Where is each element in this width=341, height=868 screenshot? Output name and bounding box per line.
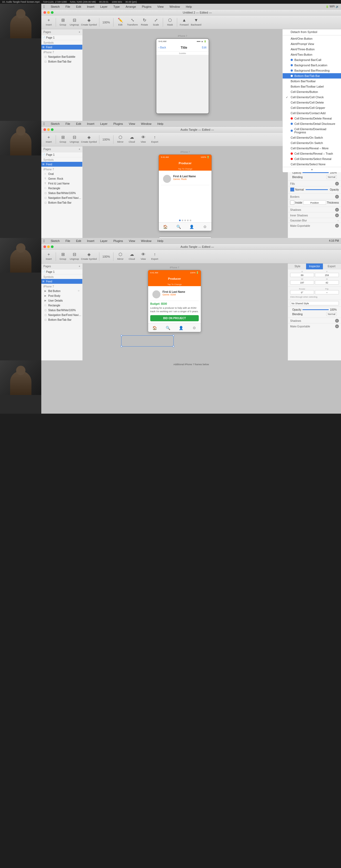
apple-menu-2[interactable]:  <box>44 122 45 126</box>
add-shadow-btn-3[interactable]: + <box>335 319 339 322</box>
dropdown-bg-recording[interactable]: Background Bar/Recording <box>283 68 341 73</box>
back-btn-1[interactable]: ‹ Back <box>159 46 166 49</box>
genre-rock-item[interactable]: T Genre: Rock <box>41 176 82 181</box>
group-button-3[interactable]: ⊞ Group <box>58 251 68 262</box>
add-shadow-btn-2[interactable]: + <box>335 208 339 212</box>
first-last-name-item[interactable]: T First & Last Name <box>41 181 82 186</box>
view-button[interactable]: 👁 View <box>138 134 149 145</box>
apple-menu[interactable]:  <box>44 4 45 9</box>
dropdown-download-progress[interactable]: Cell Elements/Download Progress <box>283 126 341 135</box>
page1-item-2[interactable]: 📄 Page 1 <box>41 152 82 157</box>
bottom-bar-item-1[interactable]: ◻ Bottom Bar/Tab Bar <box>41 59 82 64</box>
mask-button[interactable]: ⬡ Mask <box>165 17 175 28</box>
insert-button-2[interactable]: + Insert <box>44 134 54 145</box>
maximize-button[interactable] <box>51 11 54 14</box>
status-bar-item-2[interactable]: ◻ Status Bar/White/100% <box>41 191 82 195</box>
close-button-2[interactable] <box>44 128 46 131</box>
dropdown-detach[interactable]: Detach from Symbol <box>283 29 341 35</box>
dropdown-detail-disclosure[interactable]: Cell Elements/Detail Disclosure <box>283 121 341 126</box>
menu-layer-2[interactable]: Layer <box>99 122 109 126</box>
tab-search[interactable]: 🔍 <box>176 224 181 230</box>
dropdown-select-reveal[interactable]: Cell Elements/Select Reveal <box>283 156 341 161</box>
rectangle-item-2[interactable]: □ Rectangle <box>41 186 82 191</box>
feed-item[interactable]: ⊞ Feed <box>41 45 82 50</box>
menu-sketch-2[interactable]: Sketch <box>50 122 61 126</box>
menu-sketch[interactable]: Sketch <box>50 4 61 9</box>
menu-insert[interactable]: Insert <box>86 4 95 9</box>
menu-arrange[interactable]: Arrange <box>124 4 137 9</box>
insert-button[interactable]: + Insert <box>44 17 54 28</box>
fill-opacity-slider-2[interactable] <box>306 189 328 190</box>
tab-search-3[interactable]: 🔍 <box>165 325 171 331</box>
menu-insert-2[interactable]: Insert <box>86 122 95 126</box>
forward-button[interactable]: ▲ Forward <box>179 17 190 28</box>
add-page-btn[interactable]: + <box>79 31 80 34</box>
add-export-btn-2[interactable]: + <box>335 224 339 227</box>
menu-window-3[interactable]: Window <box>140 239 152 243</box>
feed-item-3[interactable]: ⊞ Feed <box>41 279 82 284</box>
minimize-button-2[interactable] <box>47 128 50 131</box>
bid-on-project-button[interactable]: BID ON PROJECT <box>150 315 199 321</box>
bid-btn-eye[interactable]: 👁 <box>78 289 81 292</box>
insp-tab-export-3[interactable]: Export <box>323 264 340 269</box>
oval-item[interactable]: ○ Oval <box>41 172 82 176</box>
dropdown-on-switch-1[interactable]: Cell Elements/On Switch <box>283 135 341 140</box>
menu-help-2[interactable]: Help <box>156 122 164 126</box>
nav-feed-item-2[interactable]: ◻ Navigation Bar/Feed Navigation <box>41 195 82 200</box>
bottom-bar-item-2[interactable]: ◻ Bottom Bar/Tab Bar <box>41 200 82 205</box>
page1-item-3[interactable]: 📄 Page 1 <box>41 269 82 274</box>
insp-tab-style-3[interactable]: Style <box>289 264 306 269</box>
tab-home[interactable]: 🏠 <box>163 224 168 230</box>
blending-badge-2[interactable]: Normal <box>326 175 337 179</box>
tab-home-3[interactable]: 🏠 <box>152 325 158 331</box>
menu-view-2[interactable]: View <box>128 122 136 126</box>
tab-settings[interactable]: ⚙ <box>202 224 208 230</box>
user-details-item[interactable]: ▶ User Details <box>41 298 82 303</box>
status-bar-item-3[interactable]: ◻ Status Bar/White/100% <box>41 308 82 312</box>
page1-item[interactable]: 📄 Page 1 <box>41 35 82 40</box>
h-value-3[interactable]: 42 <box>315 280 339 284</box>
menu-edit-2[interactable]: Edit <box>75 122 82 126</box>
nav-feed-item-3[interactable]: ◻ Navigation Bar/Feed Navigation <box>41 312 82 317</box>
opacity-slider-2[interactable] <box>302 172 329 173</box>
add-inner-shadow-btn-2[interactable]: + <box>335 214 339 217</box>
dropdown-bottom-toolbar-label[interactable]: Bottom Bar/Toolbar Label <box>283 84 341 89</box>
tab-profile-3[interactable]: 👤 <box>178 325 184 331</box>
cloud-button[interactable]: ☁ Cloud <box>126 134 137 145</box>
backward-button[interactable]: ▼ Backward <box>190 17 202 28</box>
menu-window-2[interactable]: Window <box>140 122 152 126</box>
dropdown-delete-reveal[interactable]: Cell Elements/Delete Reveal <box>283 116 341 121</box>
menu-layer-3[interactable]: Layer <box>99 239 109 243</box>
dropdown-cell-button[interactable]: Cell Elements/Button <box>283 89 341 94</box>
maximize-button-3[interactable] <box>51 245 54 248</box>
add-page-btn-2[interactable]: + <box>79 148 80 151</box>
edit-btn-1[interactable]: Edit <box>202 46 206 49</box>
menu-file[interactable]: File <box>64 4 72 9</box>
add-page-btn-3[interactable]: + <box>79 265 80 268</box>
menu-layer[interactable]: Layer <box>99 4 109 9</box>
menu-plugins-2[interactable]: Plugins <box>112 122 124 126</box>
dropdown-alert-prompt[interactable]: Alert/Prompt View <box>283 41 341 46</box>
dropdown-bottom-toolbar[interactable]: Bottom Bar/Toolbar <box>283 79 341 84</box>
dropdown-alert-two[interactable]: Alert/Two-Button <box>283 52 341 57</box>
add-export-btn-3[interactable]: + <box>335 324 339 328</box>
opacity-slider-3[interactable] <box>302 309 329 310</box>
ungroup-button-2[interactable]: ⊟ Ungroup <box>69 134 80 145</box>
menu-help-3[interactable]: Help <box>156 239 164 243</box>
dropdown-bottom-tabbar[interactable]: Bottom Bar/Tab Bar <box>283 73 341 79</box>
menu-window[interactable]: Window <box>168 4 181 9</box>
apple-menu-3[interactable]:  <box>44 239 45 243</box>
dropdown-cell-delete[interactable]: Cell Elements/Cell Delete <box>283 100 341 105</box>
scale-button[interactable]: ⤢ Scale <box>150 17 161 28</box>
nav-bar-item-1[interactable]: ◻ Navigation Bar/Subtitle <box>41 54 82 59</box>
insert-button-3[interactable]: + Insert <box>44 251 54 262</box>
canvas-3[interactable]: iPhone 7 9:41 AM 100% 🔋 Producer <box>83 264 288 363</box>
cloud-button-3[interactable]: ☁ Cloud <box>126 251 137 262</box>
border-color-2[interactable] <box>290 200 294 205</box>
close-button[interactable] <box>44 11 46 14</box>
rectangle-item-3[interactable]: □ Rectangle <box>41 303 82 308</box>
dropdown-on-switch-2[interactable]: Cell Elements/On Switch <box>283 140 341 146</box>
ungroup-button-3[interactable]: ⊟ Ungroup <box>69 251 80 262</box>
menu-sketch-3[interactable]: Sketch <box>50 239 61 243</box>
add-border-btn-2[interactable]: + <box>335 195 339 198</box>
